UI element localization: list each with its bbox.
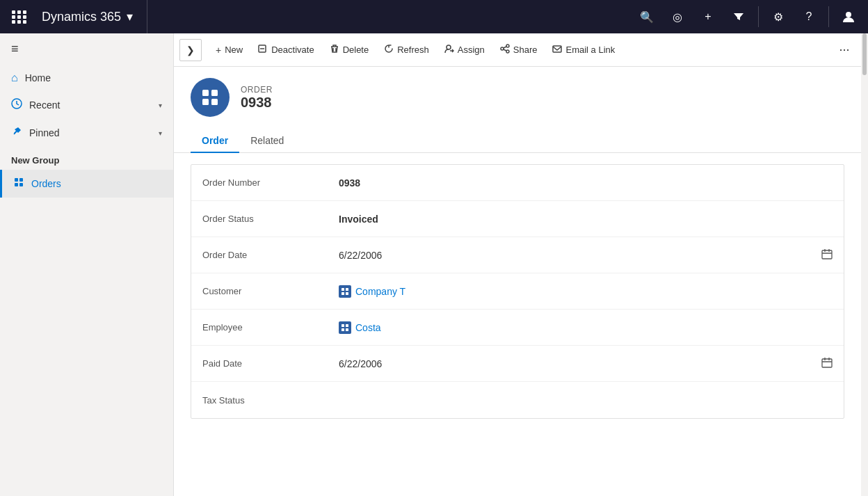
hamburger-icon: ≡ bbox=[11, 42, 19, 56]
refresh-button[interactable]: Refresh bbox=[377, 39, 436, 61]
sidebar-group-label: New Group bbox=[0, 147, 173, 170]
assign-button[interactable]: Assign bbox=[437, 39, 492, 61]
right-scrollbar[interactable] bbox=[861, 33, 868, 496]
svg-rect-15 bbox=[202, 99, 209, 105]
record-avatar-icon bbox=[200, 88, 220, 107]
order-date-value: 6/22/2006 bbox=[339, 250, 810, 261]
svg-rect-16 bbox=[211, 99, 218, 105]
svg-rect-3 bbox=[15, 178, 18, 182]
delete-label: Delete bbox=[343, 45, 369, 55]
sidebar-item-label: Home bbox=[25, 72, 162, 83]
customer-link-icon bbox=[339, 285, 351, 298]
share-button[interactable]: Share bbox=[493, 39, 545, 61]
user-button[interactable] bbox=[835, 3, 862, 31]
record-header: ORDER 0938 bbox=[174, 67, 861, 128]
form-row-order-date: Order Date 6/22/2006 bbox=[191, 237, 844, 273]
svg-rect-5 bbox=[15, 183, 18, 186]
form-content: Order Number 0938 Order Status Invoiced … bbox=[174, 153, 861, 496]
orders-icon bbox=[13, 177, 24, 191]
recent-label: Recent bbox=[29, 99, 152, 111]
new-record-button[interactable]: + bbox=[694, 3, 722, 31]
employee-value[interactable]: Costa bbox=[339, 321, 833, 334]
email-icon bbox=[552, 44, 562, 56]
assign-icon bbox=[444, 44, 454, 56]
sidebar-item-pinned[interactable]: Pinned ▾ bbox=[0, 119, 173, 147]
paid-date-calendar-icon[interactable] bbox=[821, 357, 833, 371]
svg-rect-4 bbox=[19, 178, 23, 182]
more-commands-button[interactable]: ··· bbox=[833, 39, 855, 61]
app-title: Dynamics 365 bbox=[42, 10, 121, 24]
employee-label: Employee bbox=[202, 322, 328, 333]
filter-button[interactable] bbox=[725, 3, 753, 31]
assign-label: Assign bbox=[458, 45, 485, 55]
sidebar-item-home[interactable]: ⌂ Home bbox=[0, 65, 173, 91]
collapse-icon: ❯ bbox=[186, 45, 195, 56]
svg-rect-12 bbox=[553, 46, 561, 52]
recent-icon bbox=[11, 98, 22, 112]
recent-apps-button[interactable]: ◎ bbox=[664, 3, 691, 31]
pin-icon bbox=[11, 126, 22, 140]
share-label: Share bbox=[513, 45, 538, 55]
pinned-label: Pinned bbox=[29, 127, 152, 138]
refresh-icon bbox=[384, 44, 394, 56]
record-entity-type: ORDER bbox=[241, 85, 273, 95]
svg-rect-22 bbox=[341, 324, 344, 327]
brand-chevron: ▾ bbox=[127, 9, 133, 24]
svg-rect-20 bbox=[341, 292, 344, 295]
user-icon bbox=[842, 10, 855, 23]
svg-point-8 bbox=[447, 45, 451, 49]
collapse-nav-button[interactable]: ❯ bbox=[179, 39, 202, 61]
form-row-paid-date: Paid Date 6/22/2006 bbox=[191, 346, 844, 382]
nav-divider bbox=[758, 6, 759, 27]
sidebar: ≡ ⌂ Home Recent ▾ Pinned ▾ bbox=[0, 33, 174, 496]
deactivate-icon bbox=[258, 44, 268, 56]
svg-rect-25 bbox=[346, 328, 348, 331]
settings-button[interactable]: ⚙ bbox=[764, 3, 792, 31]
waffle-icon bbox=[12, 10, 27, 24]
sidebar-item-orders[interactable]: Orders bbox=[0, 170, 173, 198]
customer-label: Customer bbox=[202, 286, 328, 296]
tab-related[interactable]: Related bbox=[239, 128, 295, 153]
pinned-chevron: ▾ bbox=[159, 129, 162, 137]
customer-value[interactable]: Company T bbox=[339, 285, 833, 298]
svg-rect-18 bbox=[341, 288, 344, 291]
svg-rect-13 bbox=[202, 90, 209, 96]
svg-rect-6 bbox=[19, 183, 23, 186]
delete-button[interactable]: Delete bbox=[323, 39, 376, 61]
tab-order[interactable]: Order bbox=[191, 128, 239, 153]
deactivate-button[interactable]: Deactivate bbox=[251, 39, 321, 61]
new-label: New bbox=[225, 45, 243, 55]
form-section: Order Number 0938 Order Status Invoiced … bbox=[191, 164, 844, 419]
paid-date-label: Paid Date bbox=[202, 358, 328, 369]
top-navigation: Dynamics 365 ▾ 🔍 ◎ + ⚙ ? bbox=[0, 0, 868, 33]
waffle-button[interactable] bbox=[6, 0, 33, 33]
order-date-calendar-icon[interactable] bbox=[821, 248, 833, 262]
svg-rect-21 bbox=[346, 292, 348, 295]
svg-rect-14 bbox=[211, 90, 218, 96]
order-status-value: Invoiced bbox=[339, 214, 833, 225]
sidebar-item-recent[interactable]: Recent ▾ bbox=[0, 91, 173, 119]
email-link-label: Email a Link bbox=[565, 45, 615, 55]
svg-point-11 bbox=[501, 47, 504, 50]
email-link-button[interactable]: Email a Link bbox=[545, 39, 622, 61]
tax-status-label: Tax Status bbox=[202, 395, 328, 406]
help-button[interactable]: ? bbox=[795, 3, 823, 31]
search-button[interactable]: 🔍 bbox=[633, 3, 661, 31]
svg-rect-24 bbox=[341, 328, 344, 331]
svg-rect-17 bbox=[822, 250, 832, 259]
new-button[interactable]: + New bbox=[209, 39, 250, 61]
scrollbar-thumb[interactable] bbox=[862, 33, 867, 75]
command-bar: ❯ + New Deactivate D bbox=[174, 33, 861, 67]
deactivate-label: Deactivate bbox=[271, 45, 314, 55]
record-avatar bbox=[191, 78, 230, 117]
main-layout: ≡ ⌂ Home Recent ▾ Pinned ▾ bbox=[0, 33, 868, 496]
app-brand[interactable]: Dynamics 365 ▾ bbox=[33, 0, 147, 33]
new-icon: + bbox=[216, 45, 221, 56]
form-row-tax-status: Tax Status bbox=[191, 382, 844, 418]
sidebar-hamburger[interactable]: ≡ bbox=[0, 33, 173, 65]
svg-rect-26 bbox=[822, 359, 832, 367]
form-row-customer: Customer Company T bbox=[191, 273, 844, 310]
refresh-label: Refresh bbox=[397, 45, 429, 55]
form-row-order-number: Order Number 0938 bbox=[191, 165, 844, 201]
order-number-value: 0938 bbox=[339, 177, 833, 189]
